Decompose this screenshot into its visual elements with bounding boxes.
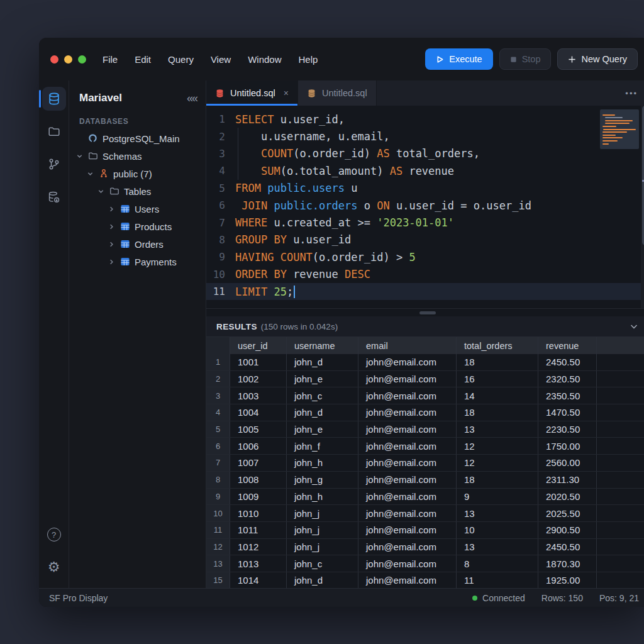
rail-help-button[interactable]: ? — [42, 523, 66, 547]
cell-username: john_j — [287, 539, 358, 555]
menu-item-window[interactable]: Window — [248, 54, 281, 65]
editor-scrollbar-thumb[interactable] — [642, 106, 644, 245]
menu-item-edit[interactable]: Edit — [135, 54, 151, 65]
tree-item-schemas[interactable]: Schemas — [69, 147, 206, 165]
rail-export-button[interactable] — [42, 185, 66, 209]
code-line-2[interactable]: 2 u.username, u.email, — [206, 128, 644, 145]
cell-username: john_d — [287, 404, 358, 421]
cell-total_orders: 10 — [457, 522, 538, 538]
table-icon — [120, 257, 130, 267]
cell-user_id: 1007 — [230, 455, 287, 471]
code-line-7[interactable]: 7WHERE u.created_at >= '2023-01-01' — [206, 214, 644, 231]
table-row[interactable]: 151014john_djohn@email.com111925.00 — [206, 572, 644, 588]
table-row[interactable]: 121012john_jjohn@email.com132450.50 — [206, 539, 644, 556]
rail-settings-button[interactable]: ⚙ — [42, 555, 66, 579]
zoom-window-button[interactable] — [78, 55, 86, 64]
chevron-right-icon[interactable] — [108, 206, 115, 213]
minimize-window-button[interactable] — [64, 55, 72, 64]
results-title: RESULTS — [216, 322, 257, 331]
table-row[interactable]: 21002john_ejohn@email.com162320.50 — [206, 371, 644, 388]
table-row[interactable]: 11001john_djohn@email.com182450.50 — [206, 354, 644, 371]
menu-item-file[interactable]: File — [103, 54, 118, 65]
rail-files-button[interactable] — [42, 119, 66, 143]
cell-username: john_j — [287, 505, 358, 521]
table-row[interactable]: 111011john_jjohn@email.com102900.50 — [206, 522, 644, 539]
stop-button[interactable]: Stop — [499, 48, 552, 70]
column-header-total_orders[interactable]: total_orders — [457, 337, 538, 354]
code-line-10[interactable]: 10ORDER BY revenue DESC — [206, 266, 644, 283]
sql-editor[interactable]: 1SELECT u.user_id,2 u.username, u.email,… — [206, 106, 644, 308]
close-tab-icon[interactable]: × — [284, 88, 289, 98]
code-line-9[interactable]: 9HAVING COUNT(o.order_id) > 5 — [206, 248, 644, 265]
editor-scrollbar[interactable] — [641, 106, 644, 308]
token: FROM — [235, 182, 261, 194]
panel-resize-handle[interactable] — [206, 308, 644, 316]
tree-item-products[interactable]: Products — [69, 218, 206, 235]
line-number: 6 — [206, 199, 235, 211]
token — [261, 182, 267, 194]
table-row[interactable]: 41004john_djohn@email.com181470.50 — [206, 404, 644, 421]
table-row[interactable]: 61006john_fjohn@email.com121750.00 — [206, 438, 644, 455]
tree-item-public-7[interactable]: public (7) — [69, 165, 206, 182]
code-line-4[interactable]: 4 SUM(o.total_amount) AS revenue — [206, 162, 644, 179]
tree-item-payments[interactable]: Payments — [69, 253, 206, 270]
cell-user_id: 1001 — [230, 354, 287, 370]
table-row[interactable]: 101010john_jjohn@email.com132025.50 — [206, 505, 644, 522]
tab-untitled-sql[interactable]: Untitled.sql× — [206, 80, 298, 106]
chevron-down-icon[interactable] — [97, 188, 104, 195]
column-header-revenue[interactable]: revenue — [538, 337, 597, 354]
column-header-username[interactable]: username — [287, 337, 358, 354]
cell-revenue: 2450.50 — [538, 354, 597, 370]
menu-item-query[interactable]: Query — [168, 54, 194, 65]
tab-untitled-sql[interactable]: Untitled.sql — [298, 80, 377, 106]
code-line-11[interactable]: 11LIMIT 25; — [206, 283, 644, 300]
table-row[interactable]: 31003john_cjohn@email.com142350.50 — [206, 387, 644, 404]
chevron-down-icon[interactable] — [87, 170, 94, 177]
code-line-8[interactable]: 8GROUP BY u.user_id — [206, 231, 644, 248]
database-export-icon — [47, 191, 60, 204]
chevron-right-icon[interactable] — [108, 258, 115, 265]
chevron-down-icon[interactable] — [76, 153, 83, 160]
column-header-email[interactable]: email — [358, 337, 457, 354]
code-line-3[interactable]: 3 COUNT(o.order_id) AS total_orders, — [206, 145, 644, 162]
menu-item-view[interactable]: View — [211, 54, 231, 65]
cell-user_id: 1010 — [230, 505, 287, 521]
cell-revenue: 2320.50 — [538, 371, 597, 387]
folder-icon — [109, 186, 119, 196]
cell-total_orders: 18 — [457, 354, 538, 370]
chevron-right-icon[interactable] — [108, 223, 115, 230]
table-row[interactable]: 131013john_cjohn@email.com81870.30 — [206, 555, 644, 572]
code-line-1[interactable]: 1SELECT u.user_id, — [206, 111, 644, 128]
cell-email: john@email.com — [358, 421, 457, 438]
rail-git-button[interactable] — [42, 152, 66, 176]
sql-file-icon — [307, 89, 316, 98]
table-row[interactable]: 71007john_hjohn@email.com122560.00 — [206, 455, 644, 472]
tree-item-orders[interactable]: Orders — [69, 235, 206, 253]
cell-user_id: 1004 — [230, 404, 287, 421]
token: GROUP BY — [235, 233, 287, 246]
table-icon — [120, 204, 130, 214]
new-query-button[interactable]: New Query — [557, 48, 638, 70]
code-line-5[interactable]: 5FROM public.users u — [206, 180, 644, 197]
row-number: 4 — [206, 404, 230, 421]
table-row[interactable]: 91009john_hjohn@email.com92020.50 — [206, 489, 644, 506]
collapse-sidebar-button[interactable]: «« — [187, 92, 197, 105]
execute-button[interactable]: Execute — [425, 48, 492, 70]
table-row[interactable]: 51005john_ejohn@email.com132230.50 — [206, 421, 644, 438]
tree-item-postgresql-main[interactable]: PostgreSQL_Main — [69, 130, 206, 147]
chevron-right-icon[interactable] — [108, 241, 115, 248]
database-icon — [47, 92, 61, 106]
tree-item-users[interactable]: Users — [69, 200, 206, 218]
minimap[interactable] — [600, 109, 639, 149]
column-header-user_id[interactable]: user_id — [230, 337, 287, 354]
code-line-6[interactable]: 6 JOIN public.orders o ON u.user_id = o.… — [206, 197, 644, 214]
close-window-button[interactable] — [50, 55, 58, 64]
rail-database-button[interactable] — [42, 87, 66, 111]
tab-overflow-button[interactable]: ••• — [614, 89, 644, 98]
token: revenue — [402, 165, 454, 177]
collapse-results-button[interactable] — [629, 321, 639, 331]
token: (o.total_amount) — [280, 165, 390, 177]
table-row[interactable]: 81008john_gjohn@email.com182311.30 — [206, 472, 644, 489]
tree-item-tables[interactable]: Tables — [69, 182, 206, 200]
menu-item-help[interactable]: Help — [299, 54, 318, 65]
